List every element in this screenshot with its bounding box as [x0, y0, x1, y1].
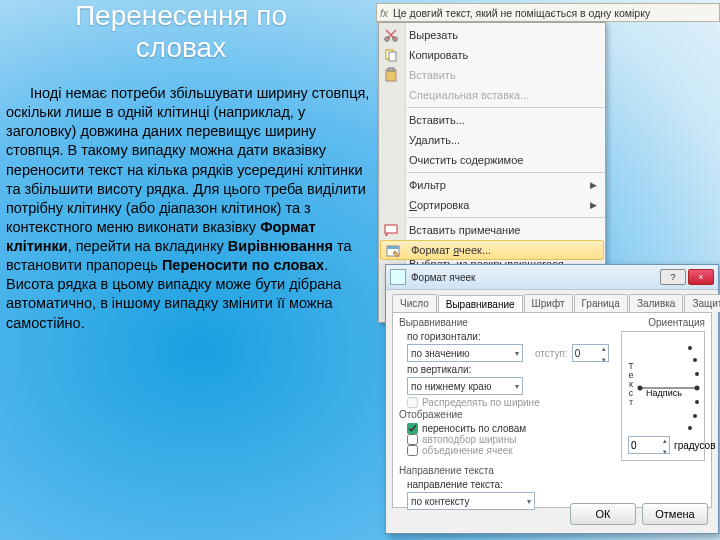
chevron-down-icon: ▾ [515, 382, 519, 391]
checkbox-autofit[interactable] [407, 434, 418, 445]
select-vertical-value: по нижнему краю [411, 381, 491, 392]
spinner-buttons: ▴▾ [663, 434, 667, 456]
select-vertical[interactable]: по нижнему краю▾ [407, 377, 523, 395]
label-indent: отступ: [535, 348, 568, 359]
dialog-tabs: ЧислоВыравниваниеШрифтГраницаЗаливкаЗащи… [386, 290, 718, 312]
svg-point-11 [693, 358, 697, 362]
svg-rect-5 [388, 68, 394, 71]
select-direction-value: по контексту [411, 496, 470, 507]
menu-item-label: Формат ячеек... [411, 244, 603, 256]
spinner-degrees[interactable]: 0 ▴▾ [628, 436, 670, 454]
select-horizontal[interactable]: по значению▾ [407, 344, 523, 362]
svg-rect-6 [385, 225, 397, 233]
menu-item[interactable]: Формат ячеек... [380, 240, 604, 260]
blank-icon [383, 132, 399, 148]
spinner-degrees-value: 0 [631, 440, 637, 451]
slide-body: Іноді немає потреби збільшувати ширину с… [6, 84, 374, 333]
orientation-vertical-text: Т е к с т [626, 362, 636, 407]
menu-item[interactable]: Очистить содержимое [379, 150, 605, 170]
menu-separator [407, 107, 605, 108]
menu-item-label: Фильтр [409, 179, 590, 191]
group-alignment-header: Выравнивание [399, 317, 609, 328]
blank-icon [383, 87, 399, 103]
dialog-tab[interactable]: Шрифт [524, 294, 573, 312]
fx-icon: fx [377, 7, 391, 19]
menu-item-label: Копировать [409, 49, 605, 61]
label-autofit: автоподбор ширины [422, 434, 516, 445]
menu-item[interactable]: Вставить примечание [379, 220, 605, 240]
group-direction-header: Направление текста [399, 465, 609, 476]
formula-bar: fx Це довгий текст, який не поміщається … [376, 3, 720, 22]
group-orientation-header: Ориентация [648, 317, 705, 328]
label-degrees: градусов [674, 440, 715, 451]
label-vertical: по вертикали: [399, 364, 495, 375]
menu-item-label: Сортировка [409, 199, 590, 211]
spinner-indent-value: 0 [575, 348, 581, 359]
menu-item-label: Вставить примечание [409, 224, 605, 236]
dialog-tab[interactable]: Заливка [629, 294, 684, 312]
menu-item-label: Специальная вставка... [409, 89, 605, 101]
label-horizontal: по горизонтали: [399, 331, 495, 342]
menu-item[interactable]: Вырезать [379, 25, 605, 45]
svg-point-10 [688, 346, 692, 350]
menu-item-label: Удалить... [409, 134, 605, 146]
menu-item-label: Вставить... [409, 114, 605, 126]
paste-icon [383, 67, 399, 83]
menu-item[interactable]: Удалить... [379, 130, 605, 150]
menu-item[interactable]: Фильтр▶ [379, 175, 605, 195]
menu-item[interactable]: Сортировка▶ [379, 195, 605, 215]
label-direction: направление текста: [399, 479, 517, 490]
cancel-button[interactable]: Отмена [642, 503, 708, 525]
menu-item-label: Вставить [409, 69, 605, 81]
dialog-tab[interactable]: Выравнивание [438, 295, 523, 313]
svg-point-13 [695, 386, 700, 391]
dialog-titlebar: Формат ячеек ? × [386, 265, 718, 290]
window-close-button[interactable]: × [688, 269, 714, 285]
comment-icon [383, 222, 399, 238]
svg-point-15 [693, 414, 697, 418]
dialog-tab[interactable]: Защита [684, 294, 720, 312]
submenu-arrow-icon: ▶ [590, 180, 597, 190]
svg-rect-8 [387, 246, 399, 249]
label-wrap-text: переносить по словам [422, 423, 526, 434]
chevron-down-icon: ▾ [515, 349, 519, 358]
group-display-header: Отображение [399, 409, 609, 420]
dialog-tab[interactable]: Граница [574, 294, 628, 312]
window-help-button[interactable]: ? [660, 269, 686, 285]
menu-item-label: Очистить содержимое [409, 154, 605, 166]
svg-rect-4 [386, 70, 396, 81]
chevron-down-icon: ▾ [527, 497, 531, 506]
checkbox-wrap-text[interactable] [407, 423, 418, 434]
select-direction[interactable]: по контексту▾ [407, 492, 535, 510]
submenu-arrow-icon: ▶ [590, 200, 597, 210]
dialog-tab[interactable]: Число [392, 294, 437, 312]
formula-bar-text: Це довгий текст, який не поміщається в о… [391, 7, 719, 19]
label-distribute: Распределять по ширине [422, 397, 540, 408]
select-horizontal-value: по значению [411, 348, 470, 359]
orientation-control[interactable]: Т е к с т Надпись 0 ▴▾ градусов [621, 331, 705, 461]
dialog-icon [390, 269, 406, 285]
menu-separator [407, 217, 605, 218]
alignment-panel: Выравнивание по горизонтали: по значению… [392, 312, 712, 508]
cut-icon [383, 27, 399, 43]
ok-button[interactable]: ОК [570, 503, 636, 525]
label-merge: объединение ячеек [422, 445, 513, 456]
spinner-buttons: ▴▾ [602, 342, 606, 364]
blank-icon [383, 112, 399, 128]
checkbox-distribute [407, 397, 418, 408]
slide-title: Перенесення по словах [36, 0, 326, 64]
dialog-title-text: Формат ячеек [411, 272, 475, 283]
blank-icon [383, 177, 399, 193]
svg-point-12 [695, 372, 699, 376]
svg-point-14 [695, 400, 699, 404]
menu-item[interactable]: Вставить... [379, 110, 605, 130]
menu-item-label: Вырезать [409, 29, 605, 41]
svg-point-16 [688, 426, 692, 430]
checkbox-merge[interactable] [407, 445, 418, 456]
orientation-label: Надпись [646, 388, 682, 398]
menu-item: Вставить [379, 65, 605, 85]
copy-icon [383, 47, 399, 63]
spinner-indent[interactable]: 0 ▴▾ [572, 344, 609, 362]
menu-item[interactable]: Копировать [379, 45, 605, 65]
blank-icon [383, 152, 399, 168]
